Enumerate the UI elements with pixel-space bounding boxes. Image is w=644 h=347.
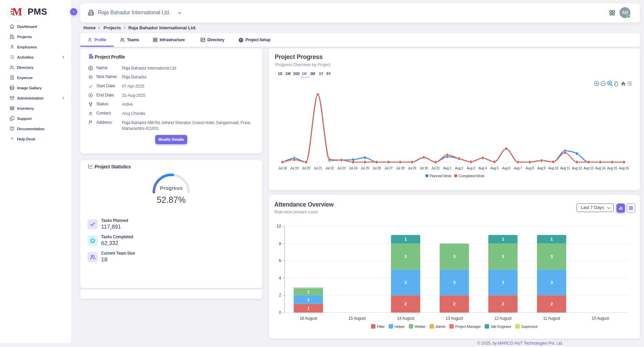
- svg-text:M: M: [12, 6, 22, 18]
- svg-text:15 August: 15 August: [348, 316, 366, 321]
- svg-text:16 August: 16 August: [300, 316, 317, 321]
- svg-text:11 August: 11 August: [543, 316, 561, 321]
- svg-text:Jul 22: Jul 22: [325, 166, 334, 170]
- svg-text:Aug 9: Aug 9: [537, 166, 546, 170]
- svg-text:3: 3: [502, 280, 504, 285]
- svg-text:Aug 8: Aug 8: [526, 166, 534, 170]
- svg-text:3: 3: [453, 280, 455, 285]
- svg-text:3: 3: [453, 254, 455, 259]
- svg-text:1: 1: [550, 237, 553, 242]
- svg-text:Aug 11: Aug 11: [560, 166, 570, 170]
- svg-text:Progress: Progress: [160, 185, 182, 191]
- svg-text:Aug 3: Aug 3: [467, 166, 475, 170]
- svg-text:Aug 14: Aug 14: [595, 166, 606, 170]
- svg-text:2: 2: [502, 301, 504, 306]
- svg-text:Jul 18: Jul 18: [278, 166, 287, 170]
- svg-text:52.87%: 52.87%: [157, 195, 186, 205]
- svg-text:3: 3: [404, 254, 407, 259]
- svg-text:2: 2: [404, 301, 407, 306]
- svg-text:Aug 1: Aug 1: [443, 166, 452, 170]
- svg-text:Jul 21: Jul 21: [314, 166, 322, 170]
- svg-text:Jul 26: Jul 26: [372, 166, 381, 170]
- svg-text:4: 4: [279, 276, 281, 281]
- svg-text:8: 8: [279, 241, 281, 246]
- svg-text:1: 1: [307, 297, 309, 302]
- svg-text:3: 3: [550, 254, 553, 259]
- svg-text:Aug 7: Aug 7: [514, 166, 522, 170]
- svg-text:1: 1: [307, 289, 309, 295]
- svg-text:Jul 19: Jul 19: [290, 166, 299, 170]
- svg-text:Aug 12: Aug 12: [572, 166, 582, 170]
- svg-text:Aug 4: Aug 4: [479, 166, 487, 170]
- svg-text:3: 3: [404, 280, 407, 285]
- svg-text:2: 2: [453, 301, 455, 306]
- svg-text:Planned Work: Planned Work: [430, 174, 452, 178]
- svg-text:Jul 24: Jul 24: [349, 166, 357, 170]
- svg-text:Jul 23: Jul 23: [337, 166, 346, 170]
- svg-text:Aug 6: Aug 6: [502, 166, 511, 170]
- svg-text:1: 1: [404, 237, 407, 242]
- svg-text:6: 6: [279, 258, 281, 263]
- svg-text:13 August: 13 August: [446, 316, 463, 321]
- svg-text:Aug 15: Aug 15: [607, 166, 617, 170]
- svg-text:Jul 25: Jul 25: [361, 166, 369, 170]
- svg-text:0: 0: [279, 310, 281, 315]
- svg-text:Jul 27: Jul 27: [384, 166, 393, 170]
- svg-text:2: 2: [550, 301, 553, 306]
- svg-text:14 August: 14 August: [397, 316, 415, 321]
- svg-text:12 August: 12 August: [494, 316, 512, 321]
- svg-text:Jul 30: Jul 30: [420, 166, 428, 170]
- svg-text:10 August: 10 August: [592, 316, 609, 321]
- svg-text:Jul 20: Jul 20: [302, 166, 310, 170]
- svg-text:3: 3: [550, 280, 553, 285]
- svg-text:10: 10: [277, 224, 281, 229]
- svg-text:Completed Work: Completed Work: [458, 174, 485, 178]
- svg-text:1: 1: [502, 237, 504, 242]
- svg-text:Jul 31: Jul 31: [431, 166, 440, 170]
- svg-text:Aug 5: Aug 5: [490, 166, 499, 170]
- svg-text:2: 2: [279, 293, 281, 298]
- svg-text:1: 1: [307, 306, 309, 311]
- svg-text:Jul 29: Jul 29: [408, 166, 416, 170]
- svg-text:Aug 16: Aug 16: [619, 166, 629, 170]
- svg-text:3: 3: [502, 254, 504, 259]
- svg-text:Aug 13: Aug 13: [583, 166, 594, 170]
- svg-text:Jul 28: Jul 28: [396, 166, 405, 170]
- svg-text:Aug 2: Aug 2: [455, 166, 464, 170]
- svg-text:Aug 10: Aug 10: [548, 166, 559, 170]
